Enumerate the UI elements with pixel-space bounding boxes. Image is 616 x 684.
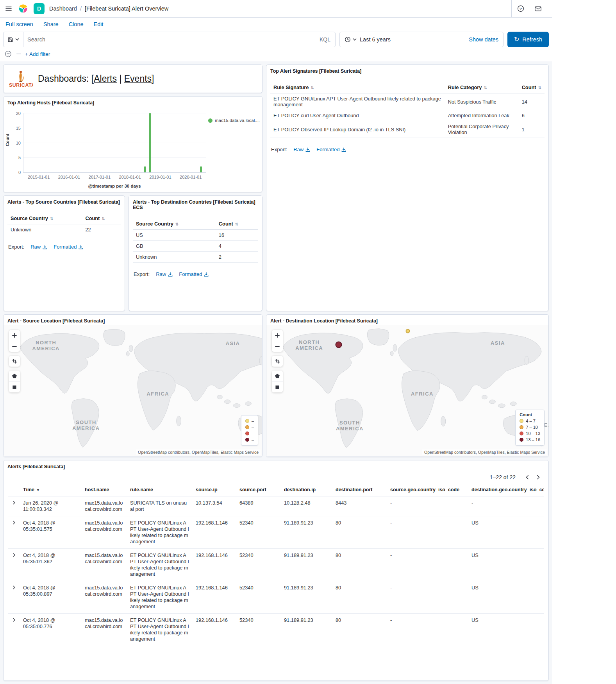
hamburger-menu-icon[interactable]: [5, 5, 12, 13]
map-attribution[interactable]: OpenStreetMap contributors, OpenMapTiles…: [422, 449, 547, 455]
legend-label: –: [252, 425, 254, 430]
alert-cell: ET POLICY GNU/Linux APT User-Agent Outbo…: [127, 548, 193, 581]
time-picker-menu-button[interactable]: [345, 36, 357, 43]
export-raw-link[interactable]: Raw: [30, 244, 47, 250]
bar[interactable]: [200, 167, 202, 172]
full-screen-link[interactable]: Full screen: [5, 21, 33, 27]
legend-title: Count: [520, 412, 540, 417]
legend-label: 13 – 16: [526, 437, 540, 442]
chart-legend[interactable]: mac15.data.va.local....: [208, 107, 262, 188]
export-formatted-link[interactable]: Formatted: [179, 271, 209, 277]
column-header-source-port[interactable]: source.port: [236, 483, 281, 496]
time-range-label[interactable]: Last 6 years: [360, 36, 391, 43]
destination-countries-table: Source Country⇅Count⇅ US16GB4Unknown2: [133, 218, 258, 263]
expand-row-button[interactable]: [8, 516, 20, 548]
column-header[interactable]: Rule Signature⇅: [270, 82, 445, 93]
map-region-label: SOUTHAMERICA: [72, 419, 100, 431]
legend-label: –: [252, 419, 254, 423]
export-raw-link[interactable]: Raw: [156, 271, 173, 277]
column-header-source-ip[interactable]: source.ip: [193, 483, 236, 496]
alert-cell: 192.168.1.146: [193, 581, 236, 613]
kql-syntax-button[interactable]: KQL: [315, 36, 335, 43]
clock-icon: [345, 36, 351, 43]
show-dates-button[interactable]: Show dates: [469, 36, 498, 43]
heading-text: Dashboards: [: [38, 73, 94, 84]
draw-rectangle-tool-button[interactable]: [272, 381, 283, 392]
draw-rectangle-tool-button[interactable]: [9, 381, 20, 392]
help-icon[interactable]: ?: [516, 4, 525, 13]
column-header-destination-port[interactable]: destination.port: [332, 483, 387, 496]
elastic-logo[interactable]: [17, 3, 29, 14]
map-marker[interactable]: [405, 329, 410, 333]
draw-polygon-tool-button[interactable]: [9, 371, 20, 381]
table-cell: Not Suspicious Traffic: [445, 93, 519, 110]
alert-cell: US: [468, 516, 544, 548]
bar[interactable]: [149, 113, 151, 172]
legend-dot: [208, 118, 212, 123]
next-page-button[interactable]: [534, 473, 543, 481]
chevron-right-icon: [11, 500, 17, 505]
expand-row-button[interactable]: [8, 496, 20, 516]
destination-map-canvas[interactable]: NORTHAMERICAASIAAFRICASOUTHAMERICAOCEANI…: [266, 325, 548, 457]
source-map-canvas[interactable]: NORTHAMERICAASIAAFRICASOUTHAMERICAOCEANI…: [4, 325, 262, 457]
table-cell: 4: [216, 241, 258, 252]
column-header[interactable]: Rule Category⇅: [445, 82, 519, 93]
draw-polygon-tool-button[interactable]: [272, 371, 283, 381]
table-cell: GB: [133, 241, 216, 252]
zoom-out-button[interactable]: [9, 341, 20, 352]
alert-cell: 10.137.3.54: [193, 496, 236, 516]
fit-data-bounds-button[interactable]: [9, 356, 20, 367]
zoom-out-button[interactable]: [272, 341, 283, 352]
saved-query-menu-button[interactable]: [4, 32, 23, 47]
filter-icon[interactable]: [4, 50, 12, 58]
events-dashboard-link[interactable]: Events: [124, 73, 152, 84]
expand-row-button[interactable]: [8, 548, 20, 581]
column-header-rule-name[interactable]: rule.name: [127, 483, 193, 496]
alert-cell: Oct 4, 2018 @ 05:35:01.362: [20, 548, 82, 581]
map-marker[interactable]: [335, 342, 342, 348]
column-header[interactable]: Source Country⇅: [133, 218, 216, 230]
bar[interactable]: [144, 167, 146, 172]
column-header[interactable]: Count⇅: [82, 213, 121, 224]
panel-title: Alert - Source Location [Filebeat Surica…: [4, 315, 262, 325]
export-formatted-link[interactable]: Formatted: [316, 147, 346, 152]
expand-row-button[interactable]: [8, 613, 20, 646]
column-header-source-geo-country-iso-code[interactable]: source.geo.country_iso_code: [387, 483, 468, 496]
dashboard-grid: SURICATA Dashboards: [Alerts | Events] T…: [0, 61, 552, 684]
legend-item: 7 – 10: [520, 424, 540, 430]
alert-cell: -: [387, 613, 468, 646]
column-header-host-name[interactable]: host.name: [82, 483, 127, 496]
alert-cell: mac15.data.va.local.crowbird.com: [82, 516, 127, 548]
mail-icon[interactable]: [534, 4, 543, 13]
refresh-button[interactable]: ↻ Refresh: [507, 32, 549, 47]
expander-column-header: [8, 483, 20, 496]
map-attribution[interactable]: OpenStreetMap contributors, OpenMapTiles…: [136, 449, 261, 455]
column-header[interactable]: Source Country⇅: [7, 213, 82, 224]
alerts-dashboard-link[interactable]: Alerts: [94, 73, 117, 84]
column-header[interactable]: Count⇅: [216, 218, 258, 230]
download-icon: [341, 147, 346, 152]
zoom-in-button[interactable]: [272, 330, 283, 341]
alert-cell: 91.189.91.23: [281, 548, 332, 581]
column-header[interactable]: Count⇅: [519, 82, 545, 93]
zoom-in-button[interactable]: [9, 330, 20, 341]
save-icon: [7, 37, 13, 43]
expand-row-button[interactable]: [8, 581, 20, 613]
export-formatted-link[interactable]: Formatted: [54, 244, 83, 250]
column-header-destination-geo-country-iso-code[interactable]: destination.geo.country_iso_code: [468, 483, 544, 496]
fit-data-bounds-button[interactable]: [272, 356, 283, 367]
export-raw-link[interactable]: Raw: [293, 147, 310, 152]
share-link[interactable]: Share: [43, 21, 59, 27]
export-row: Export: Raw Formatted: [129, 265, 262, 283]
previous-page-button[interactable]: [523, 473, 532, 481]
breadcrumb-dashboard[interactable]: Dashboard: [49, 5, 77, 12]
edit-link[interactable]: Edit: [94, 21, 104, 27]
clone-link[interactable]: Clone: [69, 21, 84, 27]
column-header-time[interactable]: Time▼: [20, 483, 82, 496]
sort-descending-icon: ▼: [36, 488, 40, 492]
column-header-destination-ip[interactable]: destination.ip: [281, 483, 332, 496]
add-filter-button[interactable]: + Add filter: [25, 51, 50, 57]
search-input[interactable]: [23, 36, 315, 43]
space-avatar[interactable]: D: [34, 3, 45, 14]
alert-cell: mac15.data.va.local.crowbird.com: [82, 581, 127, 613]
